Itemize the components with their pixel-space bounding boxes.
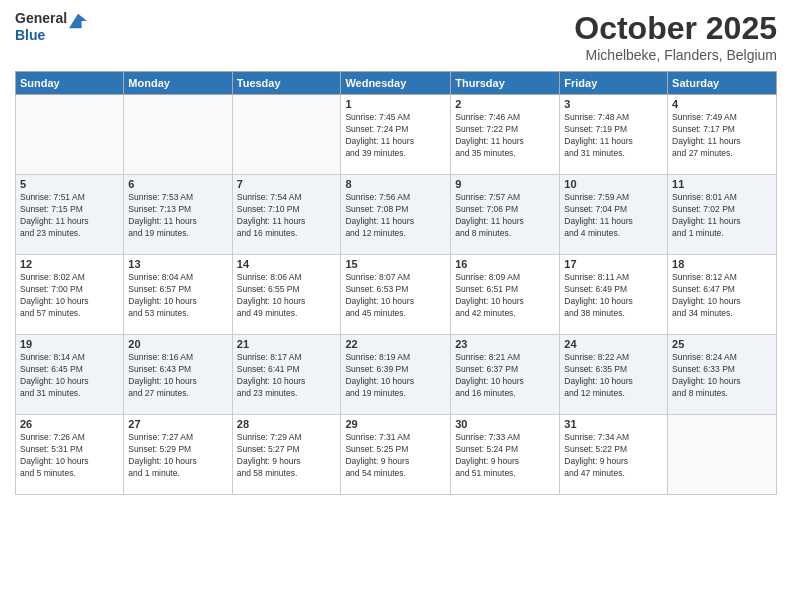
page: General Blue October 2025 Michelbeke, Fl… — [0, 0, 792, 612]
day-number: 13 — [128, 258, 227, 270]
day-number: 25 — [672, 338, 772, 350]
day-number: 6 — [128, 178, 227, 190]
header-row: Sunday Monday Tuesday Wednesday Thursday… — [16, 72, 777, 95]
table-cell: 17Sunrise: 8:11 AM Sunset: 6:49 PM Dayli… — [560, 255, 668, 335]
table-cell: 28Sunrise: 7:29 AM Sunset: 5:27 PM Dayli… — [232, 415, 341, 495]
day-info: Sunrise: 7:53 AM Sunset: 7:13 PM Dayligh… — [128, 192, 227, 240]
day-number: 4 — [672, 98, 772, 110]
day-info: Sunrise: 7:59 AM Sunset: 7:04 PM Dayligh… — [564, 192, 663, 240]
table-cell: 31Sunrise: 7:34 AM Sunset: 5:22 PM Dayli… — [560, 415, 668, 495]
table-cell: 4Sunrise: 7:49 AM Sunset: 7:17 PM Daylig… — [668, 95, 777, 175]
day-info: Sunrise: 7:57 AM Sunset: 7:06 PM Dayligh… — [455, 192, 555, 240]
day-number: 10 — [564, 178, 663, 190]
table-row: 5Sunrise: 7:51 AM Sunset: 7:15 PM Daylig… — [16, 175, 777, 255]
table-cell: 19Sunrise: 8:14 AM Sunset: 6:45 PM Dayli… — [16, 335, 124, 415]
day-number: 7 — [237, 178, 337, 190]
table-cell: 10Sunrise: 7:59 AM Sunset: 7:04 PM Dayli… — [560, 175, 668, 255]
day-number: 20 — [128, 338, 227, 350]
day-info: Sunrise: 7:29 AM Sunset: 5:27 PM Dayligh… — [237, 432, 337, 480]
table-cell: 26Sunrise: 7:26 AM Sunset: 5:31 PM Dayli… — [16, 415, 124, 495]
day-info: Sunrise: 8:22 AM Sunset: 6:35 PM Dayligh… — [564, 352, 663, 400]
col-monday: Monday — [124, 72, 232, 95]
day-number: 21 — [237, 338, 337, 350]
day-number: 24 — [564, 338, 663, 350]
month-title: October 2025 — [574, 10, 777, 47]
day-number: 19 — [20, 338, 119, 350]
day-number: 28 — [237, 418, 337, 430]
table-row: 12Sunrise: 8:02 AM Sunset: 7:00 PM Dayli… — [16, 255, 777, 335]
table-cell: 21Sunrise: 8:17 AM Sunset: 6:41 PM Dayli… — [232, 335, 341, 415]
day-info: Sunrise: 7:26 AM Sunset: 5:31 PM Dayligh… — [20, 432, 119, 480]
day-info: Sunrise: 7:34 AM Sunset: 5:22 PM Dayligh… — [564, 432, 663, 480]
day-number: 5 — [20, 178, 119, 190]
table-cell: 5Sunrise: 7:51 AM Sunset: 7:15 PM Daylig… — [16, 175, 124, 255]
table-cell: 8Sunrise: 7:56 AM Sunset: 7:08 PM Daylig… — [341, 175, 451, 255]
day-number: 12 — [20, 258, 119, 270]
table-cell: 7Sunrise: 7:54 AM Sunset: 7:10 PM Daylig… — [232, 175, 341, 255]
day-info: Sunrise: 8:16 AM Sunset: 6:43 PM Dayligh… — [128, 352, 227, 400]
table-cell: 1Sunrise: 7:45 AM Sunset: 7:24 PM Daylig… — [341, 95, 451, 175]
day-info: Sunrise: 8:02 AM Sunset: 7:00 PM Dayligh… — [20, 272, 119, 320]
table-cell: 2Sunrise: 7:46 AM Sunset: 7:22 PM Daylig… — [451, 95, 560, 175]
day-number: 27 — [128, 418, 227, 430]
day-number: 16 — [455, 258, 555, 270]
day-info: Sunrise: 8:19 AM Sunset: 6:39 PM Dayligh… — [345, 352, 446, 400]
table-cell: 20Sunrise: 8:16 AM Sunset: 6:43 PM Dayli… — [124, 335, 232, 415]
table-row: 26Sunrise: 7:26 AM Sunset: 5:31 PM Dayli… — [16, 415, 777, 495]
day-info: Sunrise: 8:06 AM Sunset: 6:55 PM Dayligh… — [237, 272, 337, 320]
logo: General Blue — [15, 10, 87, 44]
day-number: 2 — [455, 98, 555, 110]
table-cell — [668, 415, 777, 495]
table-cell: 3Sunrise: 7:48 AM Sunset: 7:19 PM Daylig… — [560, 95, 668, 175]
day-info: Sunrise: 7:48 AM Sunset: 7:19 PM Dayligh… — [564, 112, 663, 160]
table-cell: 16Sunrise: 8:09 AM Sunset: 6:51 PM Dayli… — [451, 255, 560, 335]
day-info: Sunrise: 7:49 AM Sunset: 7:17 PM Dayligh… — [672, 112, 772, 160]
day-info: Sunrise: 7:33 AM Sunset: 5:24 PM Dayligh… — [455, 432, 555, 480]
day-number: 26 — [20, 418, 119, 430]
day-info: Sunrise: 8:21 AM Sunset: 6:37 PM Dayligh… — [455, 352, 555, 400]
table-cell: 24Sunrise: 8:22 AM Sunset: 6:35 PM Dayli… — [560, 335, 668, 415]
table-cell: 30Sunrise: 7:33 AM Sunset: 5:24 PM Dayli… — [451, 415, 560, 495]
day-number: 11 — [672, 178, 772, 190]
day-number: 18 — [672, 258, 772, 270]
day-info: Sunrise: 7:56 AM Sunset: 7:08 PM Dayligh… — [345, 192, 446, 240]
col-thursday: Thursday — [451, 72, 560, 95]
table-cell: 27Sunrise: 7:27 AM Sunset: 5:29 PM Dayli… — [124, 415, 232, 495]
col-sunday: Sunday — [16, 72, 124, 95]
day-info: Sunrise: 8:01 AM Sunset: 7:02 PM Dayligh… — [672, 192, 772, 240]
day-info: Sunrise: 8:09 AM Sunset: 6:51 PM Dayligh… — [455, 272, 555, 320]
day-number: 29 — [345, 418, 446, 430]
day-info: Sunrise: 7:31 AM Sunset: 5:25 PM Dayligh… — [345, 432, 446, 480]
table-cell: 29Sunrise: 7:31 AM Sunset: 5:25 PM Dayli… — [341, 415, 451, 495]
table-cell: 22Sunrise: 8:19 AM Sunset: 6:39 PM Dayli… — [341, 335, 451, 415]
logo-general-text: General — [15, 10, 67, 27]
table-cell — [16, 95, 124, 175]
col-wednesday: Wednesday — [341, 72, 451, 95]
day-info: Sunrise: 8:07 AM Sunset: 6:53 PM Dayligh… — [345, 272, 446, 320]
day-info: Sunrise: 8:14 AM Sunset: 6:45 PM Dayligh… — [20, 352, 119, 400]
day-info: Sunrise: 8:24 AM Sunset: 6:33 PM Dayligh… — [672, 352, 772, 400]
day-info: Sunrise: 8:11 AM Sunset: 6:49 PM Dayligh… — [564, 272, 663, 320]
header: General Blue October 2025 Michelbeke, Fl… — [15, 10, 777, 63]
table-cell: 13Sunrise: 8:04 AM Sunset: 6:57 PM Dayli… — [124, 255, 232, 335]
table-cell: 12Sunrise: 8:02 AM Sunset: 7:00 PM Dayli… — [16, 255, 124, 335]
logo-icon — [69, 12, 87, 30]
day-number: 9 — [455, 178, 555, 190]
day-info: Sunrise: 8:17 AM Sunset: 6:41 PM Dayligh… — [237, 352, 337, 400]
day-number: 14 — [237, 258, 337, 270]
day-number: 17 — [564, 258, 663, 270]
day-info: Sunrise: 8:04 AM Sunset: 6:57 PM Dayligh… — [128, 272, 227, 320]
table-cell: 25Sunrise: 8:24 AM Sunset: 6:33 PM Dayli… — [668, 335, 777, 415]
day-number: 15 — [345, 258, 446, 270]
table-cell: 14Sunrise: 8:06 AM Sunset: 6:55 PM Dayli… — [232, 255, 341, 335]
day-info: Sunrise: 8:12 AM Sunset: 6:47 PM Dayligh… — [672, 272, 772, 320]
svg-marker-0 — [69, 14, 87, 28]
day-number: 8 — [345, 178, 446, 190]
title-block: October 2025 Michelbeke, Flanders, Belgi… — [574, 10, 777, 63]
col-tuesday: Tuesday — [232, 72, 341, 95]
table-cell: 15Sunrise: 8:07 AM Sunset: 6:53 PM Dayli… — [341, 255, 451, 335]
day-info: Sunrise: 7:51 AM Sunset: 7:15 PM Dayligh… — [20, 192, 119, 240]
location: Michelbeke, Flanders, Belgium — [574, 47, 777, 63]
day-number: 1 — [345, 98, 446, 110]
day-number: 22 — [345, 338, 446, 350]
